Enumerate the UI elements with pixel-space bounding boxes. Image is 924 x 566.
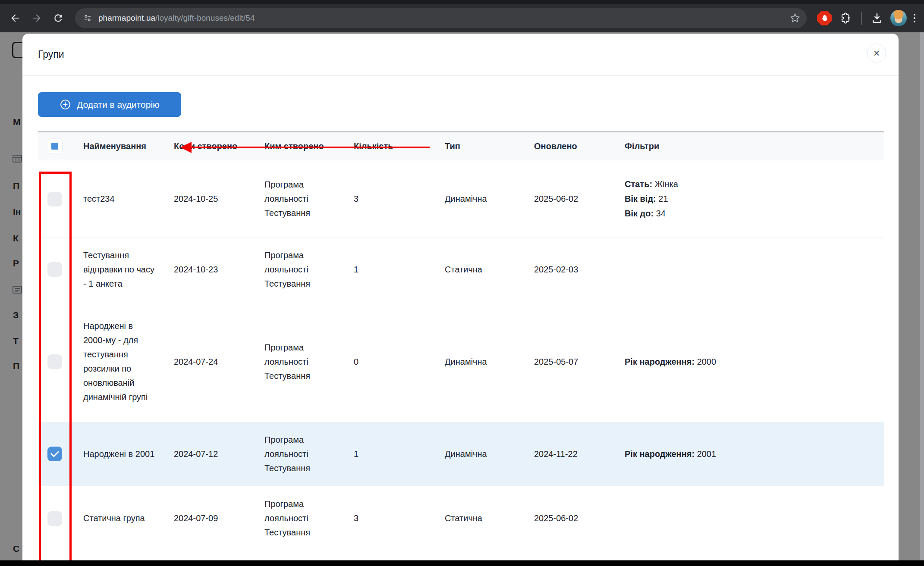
header-filters: Фільтри <box>625 139 884 153</box>
header-count: Кількість <box>354 139 445 153</box>
table-header-row: Найменування Коли створено Ким створено … <box>38 132 884 160</box>
group-type: Динамічна <box>445 192 534 206</box>
group-created-by: Програма лояльності Тестування <box>264 433 354 475</box>
plus-circle-icon <box>60 99 71 110</box>
group-name: Народжені в 2000-му - для тестування роз… <box>83 319 174 404</box>
forward-icon <box>31 13 42 24</box>
row-checkbox[interactable] <box>47 262 62 277</box>
row-checkbox[interactable] <box>47 354 62 369</box>
group-name: Народжені в 2001 <box>83 447 174 461</box>
downloads-button[interactable] <box>868 9 886 27</box>
group-filters: Стать: Жінка Вік від: 21 Вік до: 34 <box>625 176 884 222</box>
group-name: Тестування відправки по часу - 1 анкета <box>83 248 174 291</box>
group-updated: 2025-05-07 <box>534 355 625 369</box>
groups-table: Найменування Коли створено Ким створено … <box>38 131 884 566</box>
modal-header: Групи × <box>22 34 899 76</box>
close-icon: × <box>874 48 880 59</box>
header-created-by: Ким створено <box>264 139 354 153</box>
page-background: M П Iн К Р З Т П С Ін Групи × <box>0 32 924 566</box>
group-updated: 2025-06-02 <box>534 511 625 525</box>
group-type: Динамічна <box>445 355 534 369</box>
back-icon <box>9 13 21 24</box>
url-host: pharmapoint.ua <box>98 13 155 22</box>
bookmark-star-icon <box>789 13 801 24</box>
row-checkbox-checked[interactable] <box>47 447 62 461</box>
adblock-icon <box>817 11 832 25</box>
group-filters: Рік народження: 2001 <box>625 446 884 463</box>
group-type: Статична <box>445 511 534 525</box>
add-to-audience-label: Додати в аудиторію <box>77 100 160 110</box>
add-to-audience-button[interactable]: Додати в аудиторію <box>38 92 181 117</box>
group-updated: 2024-11-22 <box>534 447 625 461</box>
header-type: Тип <box>445 139 534 153</box>
group-type: Динамічна <box>445 447 534 461</box>
select-all-checkbox[interactable] <box>47 139 62 153</box>
group-created: 2024-10-23 <box>174 263 264 277</box>
table-row[interactable]: тест234 2024-10-25 Програма лояльності Т… <box>38 160 884 238</box>
group-created: 2024-07-09 <box>174 511 264 525</box>
group-created: 2024-10-25 <box>174 192 264 206</box>
modal-title: Групи <box>38 49 64 60</box>
group-updated: 2025-06-02 <box>534 192 625 206</box>
forward-button[interactable] <box>28 10 45 26</box>
group-created-by: Програма лояльності Тестування <box>264 497 354 540</box>
back-button[interactable] <box>7 10 23 26</box>
toolbar-divider <box>861 12 862 25</box>
reload-icon <box>53 13 64 24</box>
table-row-selected[interactable]: Народжені в 2001 2024-07-12 Програма лоя… <box>38 422 884 486</box>
reload-button[interactable] <box>50 10 66 26</box>
download-icon <box>871 12 883 24</box>
site-info-icon[interactable] <box>83 13 92 23</box>
header-created: Коли створено <box>174 139 264 153</box>
group-filters: Рік народження: 2000 <box>625 353 884 370</box>
browser-menu-icon <box>914 14 915 16</box>
group-count: 3 <box>354 511 445 525</box>
row-checkbox[interactable] <box>47 511 62 526</box>
groups-modal: Групи × Додати в аудиторію <box>22 34 899 566</box>
group-created: 2024-07-12 <box>174 447 264 461</box>
group-count: 3 <box>354 192 445 206</box>
address-bar[interactable]: pharmapoint.ua/loyalty/gift-bonuses/edit… <box>75 8 807 28</box>
bookmark-button[interactable] <box>789 13 801 24</box>
group-created-by: Програма лояльності Тестування <box>264 178 354 220</box>
group-count: 0 <box>354 355 445 369</box>
group-created-by: Програма лояльності Тестування <box>264 341 354 383</box>
group-type: Статична <box>445 263 534 277</box>
group-count: 1 <box>354 447 445 461</box>
row-checkbox[interactable] <box>47 192 62 206</box>
table-row[interactable]: Статична група 2024-07-09 Програма лояль… <box>38 486 884 551</box>
browser-toolbar: pharmapoint.ua/loyalty/gift-bonuses/edit… <box>0 0 924 32</box>
header-updated: Оновлено <box>534 139 625 153</box>
adblock-extension-button[interactable] <box>816 9 833 27</box>
browser-menu-button[interactable] <box>909 11 920 25</box>
group-created: 2024-07-24 <box>174 355 264 369</box>
url-path: /loyalty/gift-bonuses/edit/54 <box>155 13 255 22</box>
group-count: 1 <box>354 263 445 277</box>
extensions-button[interactable] <box>837 9 855 27</box>
group-name: Статична група <box>83 511 174 525</box>
extensions-puzzle-icon <box>840 12 852 24</box>
browser-scrollbar[interactable] <box>920 32 924 566</box>
bottom-black-bar <box>0 560 924 566</box>
header-name: Найменування <box>83 139 174 153</box>
url-text[interactable]: pharmapoint.ua/loyalty/gift-bonuses/edit… <box>98 13 255 23</box>
group-updated: 2025-02-03 <box>534 263 625 277</box>
group-created-by: Програма лояльності Тестування <box>264 248 354 291</box>
table-row[interactable]: Тестування відправки по часу - 1 анкета … <box>38 238 884 301</box>
group-name: тест234 <box>83 192 174 206</box>
profile-avatar[interactable] <box>890 10 907 26</box>
table-row[interactable]: Народжені в 2000-му - для тестування роз… <box>38 301 884 422</box>
close-button[interactable]: × <box>867 44 886 63</box>
